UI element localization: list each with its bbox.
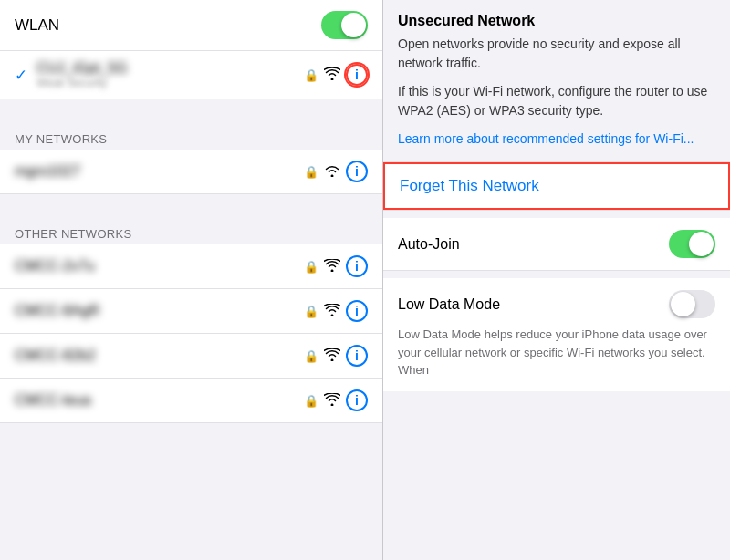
other-network-info-button-1[interactable]: i bbox=[346, 300, 368, 322]
my-network-info-button-1[interactable]: i bbox=[346, 161, 368, 182]
low-data-header: Low Data Mode bbox=[398, 290, 715, 318]
my-network-row-1: mgro1027 🔒 i bbox=[0, 150, 382, 194]
other-network-info-button-3[interactable]: i bbox=[346, 389, 368, 411]
other-network-name-2: CMCC-82b2 bbox=[15, 347, 304, 364]
wlan-row: WLAN bbox=[0, 0, 382, 51]
forget-network-button[interactable]: Forget This Network bbox=[400, 177, 539, 195]
other-network-row-3: CMCC-leua 🔒 i bbox=[0, 379, 382, 423]
my-network-name-1: mgro1027 bbox=[15, 163, 304, 180]
gap-1 bbox=[0, 99, 382, 125]
lock-icon: 🔒 bbox=[304, 68, 318, 82]
connected-network-info-button[interactable]: i bbox=[346, 64, 368, 86]
other-network-row-0: CMCC-2v7u 🔒 i bbox=[0, 244, 382, 289]
connected-network-row: ✓ CUJ_iGpt_5G Weak Security 🔒 i bbox=[0, 51, 382, 99]
network-detail-panel: Unsecured Network Open networks provide … bbox=[383, 0, 730, 560]
wifi-icon-other0 bbox=[324, 259, 340, 275]
connected-network-name: CUJ_iGpt_5G bbox=[36, 60, 304, 77]
my-networks-header: MY NETWORKS bbox=[0, 125, 382, 150]
other-network-icons-2: 🔒 i bbox=[304, 345, 368, 367]
my-network-icons-1: 🔒 i bbox=[304, 161, 368, 182]
other-network-icons-1: 🔒 i bbox=[304, 300, 368, 322]
wifi-network-list: WLAN ✓ CUJ_iGpt_5G Weak Security 🔒 i bbox=[0, 0, 383, 560]
low-data-toggle[interactable] bbox=[669, 290, 715, 318]
gap-2 bbox=[0, 194, 382, 220]
lock-icon-other0: 🔒 bbox=[304, 260, 318, 274]
other-network-row-2: CMCC-82b2 🔒 i bbox=[0, 334, 382, 379]
wifi-icon-my1 bbox=[324, 164, 340, 180]
auto-join-row: Auto-Join bbox=[383, 218, 730, 271]
wlan-toggle[interactable] bbox=[321, 11, 368, 39]
low-data-section: Low Data Mode Low Data Mode helps reduce… bbox=[383, 278, 730, 391]
wifi-icon-other3 bbox=[324, 393, 340, 409]
other-network-name-1: CMCC-8AgR bbox=[15, 303, 304, 319]
auto-join-label: Auto-Join bbox=[398, 236, 669, 253]
other-networks-header: OTHER NETWORKS bbox=[0, 220, 382, 244]
unsecured-network-text-1: Open networks provide no security and ex… bbox=[398, 35, 715, 73]
connected-network-info: CUJ_iGpt_5G Weak Security bbox=[36, 60, 304, 89]
other-network-name-0: CMCC-2v7u bbox=[15, 258, 304, 275]
lock-icon-other3: 🔒 bbox=[304, 394, 318, 408]
wifi-icon-other2 bbox=[324, 348, 340, 364]
unsecured-network-text-2: If this is your Wi-Fi network, configure… bbox=[398, 82, 715, 120]
learn-more-link[interactable]: Learn more about recommended settings fo… bbox=[398, 130, 715, 149]
connected-network-sub: Weak Security bbox=[36, 77, 304, 89]
other-network-row-1: CMCC-8AgR 🔒 i bbox=[0, 289, 382, 334]
low-data-description: Low Data Mode helps reduce your iPhone d… bbox=[398, 326, 715, 379]
other-network-name-3: CMCC-leua bbox=[15, 392, 304, 409]
lock-icon-my1: 🔒 bbox=[304, 165, 318, 179]
wlan-label: WLAN bbox=[15, 16, 321, 35]
other-network-icons-0: 🔒 i bbox=[304, 255, 368, 277]
other-network-info-button-2[interactable]: i bbox=[346, 345, 368, 367]
wifi-icon-other1 bbox=[324, 304, 340, 319]
connected-network-icons: 🔒 i bbox=[304, 64, 368, 86]
gap-lowdata bbox=[383, 271, 730, 278]
other-network-icons-3: 🔒 i bbox=[304, 389, 368, 411]
unsecured-network-block: Unsecured Network Open networks provide … bbox=[383, 0, 730, 161]
auto-join-toggle[interactable] bbox=[669, 230, 715, 258]
other-network-info-button-0[interactable]: i bbox=[346, 255, 368, 277]
low-data-label: Low Data Mode bbox=[398, 296, 669, 313]
wifi-signal-icon bbox=[324, 67, 340, 83]
forget-network-section: Forget This Network bbox=[383, 161, 730, 211]
forget-network-row[interactable]: Forget This Network bbox=[383, 162, 730, 210]
lock-icon-other2: 🔒 bbox=[304, 349, 318, 363]
lock-icon-other1: 🔒 bbox=[304, 305, 318, 318]
connected-checkmark: ✓ bbox=[15, 66, 27, 85]
unsecured-network-title: Unsecured Network bbox=[398, 13, 715, 29]
gap-autojoin bbox=[383, 211, 730, 218]
